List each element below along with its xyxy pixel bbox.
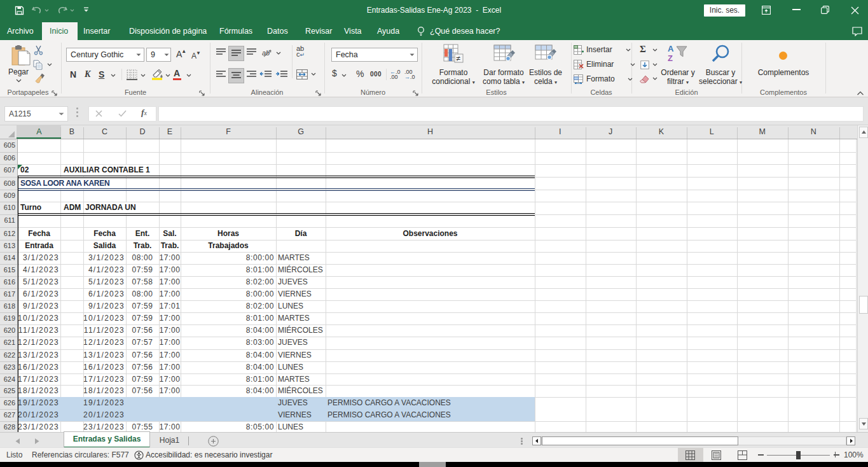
svg-text:Z: Z [668, 53, 673, 63]
svg-text:≠: ≠ [457, 54, 461, 63]
svg-text:A: A [668, 44, 674, 53]
